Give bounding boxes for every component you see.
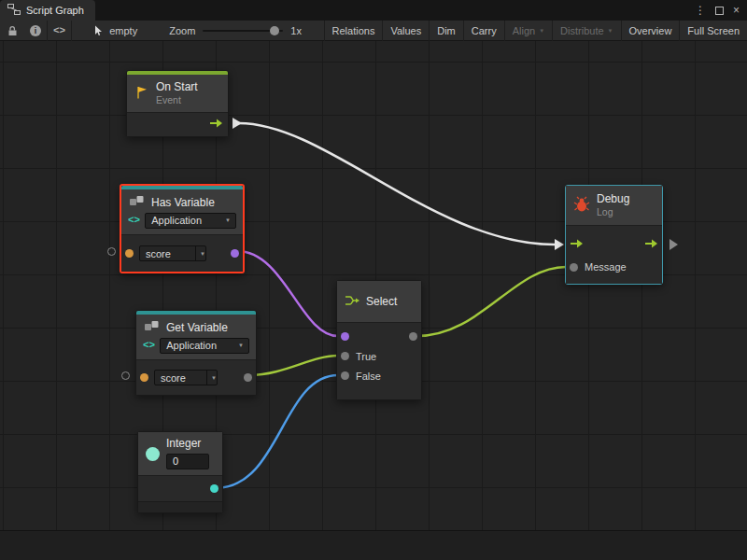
unconnected-port-indicator[interactable] bbox=[107, 247, 116, 256]
kebab-menu-icon[interactable]: ⋮ bbox=[695, 4, 706, 17]
carry-label: Carry bbox=[472, 25, 497, 36]
close-icon[interactable]: × bbox=[733, 4, 740, 17]
variable-name-dropdown[interactable]: score ▼ bbox=[139, 245, 206, 261]
angle-brackets-icon: <> bbox=[128, 215, 140, 226]
distribute-label: Distribute bbox=[560, 25, 603, 36]
integer-out-port[interactable] bbox=[210, 484, 218, 493]
script-graph-window: Script Graph ⋮ × i <> empty Zoom 1x Rela… bbox=[0, 0, 747, 560]
distribute-button[interactable]: Distribute ▼ bbox=[553, 21, 620, 41]
variable-name-port[interactable] bbox=[125, 249, 134, 258]
wire-onstart-to-debuglog[interactable] bbox=[239, 123, 555, 245]
flow-in-port[interactable] bbox=[570, 238, 584, 252]
scope-value: Application bbox=[151, 215, 202, 226]
message-port[interactable] bbox=[570, 263, 578, 272]
node-select[interactable]: Select True False bbox=[336, 280, 422, 400]
selection-status: empty bbox=[109, 25, 137, 36]
cursor-icon bbox=[87, 21, 109, 41]
node-title: On Start bbox=[156, 81, 198, 94]
tab-script-graph[interactable]: Script Graph bbox=[0, 0, 95, 21]
caret-down-icon: ▼ bbox=[539, 28, 544, 34]
variable-value: score bbox=[161, 372, 186, 384]
relations-label: Relations bbox=[332, 25, 375, 36]
node-debug-log[interactable]: Debug Log Message bbox=[565, 185, 663, 285]
true-port-label: True bbox=[356, 351, 376, 362]
tab-label: Script Graph bbox=[26, 5, 84, 16]
false-value-port[interactable] bbox=[341, 371, 349, 380]
variable-value: score bbox=[146, 248, 171, 259]
node-title: Debug bbox=[597, 193, 629, 206]
variable-scope-dropdown[interactable]: Application ▼ bbox=[160, 338, 249, 354]
bottom-panel bbox=[0, 530, 747, 560]
node-integer[interactable]: Integer 0 bbox=[137, 431, 223, 513]
fullscreen-label: Full Screen bbox=[687, 25, 740, 36]
integer-value-field[interactable]: 0 bbox=[166, 454, 209, 469]
node-title: Integer bbox=[166, 438, 209, 451]
lock-icon[interactable] bbox=[0, 21, 24, 41]
values-button[interactable]: Values bbox=[383, 21, 429, 41]
wire-select-to-debuglog-message[interactable] bbox=[416, 267, 566, 336]
angle-brackets-icon[interactable]: <> bbox=[48, 21, 71, 41]
fullscreen-button[interactable]: Full Screen bbox=[680, 21, 747, 41]
zoom-slider[interactable] bbox=[203, 30, 283, 32]
titlebar: Script Graph ⋮ × bbox=[0, 0, 747, 21]
node-title: Get Variable bbox=[166, 321, 228, 334]
dim-button[interactable]: Dim bbox=[430, 21, 463, 41]
flag-icon bbox=[134, 85, 149, 103]
flow-out-port[interactable] bbox=[209, 118, 223, 132]
node-get-variable[interactable]: Get Variable <> Application ▼ score ▼ bbox=[135, 310, 257, 396]
variables-icon bbox=[144, 320, 161, 335]
condition-port[interactable] bbox=[341, 332, 349, 341]
variable-name-dropdown[interactable]: score ▼ bbox=[154, 370, 218, 385]
zoom-value: 1x bbox=[290, 25, 302, 36]
graph-icon bbox=[7, 4, 21, 17]
unconnected-port-indicator[interactable] bbox=[121, 371, 130, 380]
align-button[interactable]: Align ▼ bbox=[505, 21, 552, 41]
select-icon bbox=[345, 293, 360, 311]
selection-out-port[interactable] bbox=[409, 332, 417, 341]
info-icon[interactable]: i bbox=[24, 21, 47, 41]
true-value-port[interactable] bbox=[341, 352, 349, 360]
maximize-icon[interactable] bbox=[715, 7, 724, 15]
node-footer bbox=[138, 501, 222, 512]
node-has-variable[interactable]: Has Variable <> Application ▼ score ▼ bbox=[120, 184, 245, 273]
overview-label: Overview bbox=[629, 25, 672, 36]
toolbar: i <> empty Zoom 1x Relations Values Dim … bbox=[0, 21, 747, 41]
values-label: Values bbox=[390, 25, 421, 36]
angle-brackets-icon: <> bbox=[143, 340, 155, 351]
zoom-knob[interactable] bbox=[270, 26, 279, 35]
align-label: Align bbox=[513, 25, 535, 36]
caret-down-icon: ▼ bbox=[200, 251, 205, 257]
info-glyph: i bbox=[30, 25, 41, 36]
message-port-label: Message bbox=[585, 261, 627, 273]
bug-icon bbox=[573, 196, 590, 216]
false-port-label: False bbox=[356, 371, 381, 382]
integer-icon bbox=[146, 447, 160, 461]
wire-getvariable-to-select-true[interactable] bbox=[249, 356, 338, 375]
caret-down-icon: ▼ bbox=[238, 343, 244, 348]
caret-down-icon: ▼ bbox=[608, 28, 613, 34]
graph-canvas[interactable]: On Start Event Has Variable bbox=[0, 41, 747, 530]
caret-down-icon: ▼ bbox=[225, 217, 231, 223]
caret-down-icon: ▼ bbox=[211, 375, 217, 381]
flow-out-port[interactable] bbox=[644, 238, 658, 252]
variable-scope-dropdown[interactable]: Application ▼ bbox=[145, 213, 236, 229]
node-title: Select bbox=[366, 295, 397, 308]
result-port[interactable] bbox=[231, 249, 239, 258]
relations-button[interactable]: Relations bbox=[325, 21, 383, 41]
flow-out-indicator bbox=[669, 239, 678, 250]
value-out-port[interactable] bbox=[244, 373, 252, 382]
dim-label: Dim bbox=[437, 25, 456, 36]
toolbar-separator bbox=[71, 21, 72, 41]
node-title: Has Variable bbox=[151, 196, 215, 209]
flow-start-arrow bbox=[233, 118, 242, 129]
zoom-label: Zoom bbox=[169, 25, 195, 36]
variables-icon bbox=[129, 195, 146, 210]
carry-button[interactable]: Carry bbox=[464, 21, 504, 41]
flow-end-arrow bbox=[555, 239, 564, 250]
scope-value: Application bbox=[166, 340, 217, 351]
overview-button[interactable]: Overview bbox=[622, 21, 680, 41]
variable-name-port[interactable] bbox=[140, 373, 148, 382]
node-subtitle: Log bbox=[597, 206, 629, 217]
node-subtitle: Event bbox=[156, 94, 198, 105]
node-on-start[interactable]: On Start Event bbox=[126, 70, 229, 137]
